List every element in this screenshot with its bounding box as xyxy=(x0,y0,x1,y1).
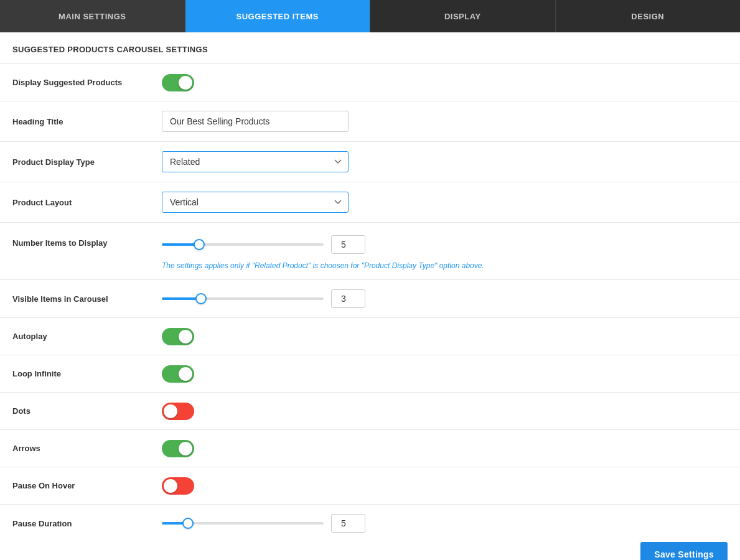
heading-title-input[interactable] xyxy=(162,111,349,132)
control-pause-on-hover xyxy=(149,468,740,504)
control-arrows xyxy=(149,431,740,467)
control-heading-title xyxy=(149,101,740,141)
toggle-thumb-autoplay xyxy=(179,330,192,343)
pause-duration-input[interactable] xyxy=(331,514,365,533)
control-autoplay xyxy=(149,319,740,355)
slider-pause-duration-container xyxy=(162,514,365,533)
toggle-track-arrows xyxy=(162,440,194,457)
toggle-track-display-suggested xyxy=(162,74,194,91)
row-visible-items: Visible Items in Carousel xyxy=(0,279,740,317)
toggle-arrows[interactable] xyxy=(162,440,194,457)
toggle-loop-infinite[interactable] xyxy=(162,365,194,383)
toggle-thumb-dots xyxy=(164,404,177,418)
pause-duration-slider[interactable] xyxy=(162,522,324,525)
control-display-suggested-products xyxy=(149,65,740,101)
control-loop-infinite xyxy=(149,356,740,392)
control-product-display-type: Related Upsells Cross-sells Recent xyxy=(149,142,740,182)
label-heading-title: Heading Title xyxy=(0,108,149,136)
label-dots: Dots xyxy=(0,397,149,425)
tab-bar: MAIN SETTINGS SUGGESTED ITEMS DISPLAY DE… xyxy=(0,0,740,32)
control-product-layout: Vertical Horizontal xyxy=(149,182,740,222)
label-product-display-type: Product Display Type xyxy=(0,148,149,176)
label-autoplay: Autoplay xyxy=(0,322,149,350)
control-pause-duration xyxy=(149,505,740,542)
tab-design[interactable]: DESIGN xyxy=(556,0,741,32)
number-items-slider[interactable] xyxy=(162,243,324,246)
row-arrows: Arrows xyxy=(0,429,740,467)
toggle-dots[interactable] xyxy=(162,403,194,420)
label-loop-infinite: Loop Infinite xyxy=(0,360,149,388)
row-pause-on-hover: Pause On Hover xyxy=(0,467,740,504)
row-product-layout: Product Layout Vertical Horizontal xyxy=(0,182,740,222)
save-btn-container: Save Settings xyxy=(640,542,728,560)
label-number-items: Number Items to Display xyxy=(0,226,149,257)
toggle-autoplay[interactable] xyxy=(162,328,194,345)
number-items-input[interactable] xyxy=(331,235,365,254)
row-product-display-type: Product Display Type Related Upsells Cro… xyxy=(0,141,740,182)
slider-number-items-container xyxy=(162,235,365,254)
toggle-thumb-arrows xyxy=(179,442,192,455)
label-arrows: Arrows xyxy=(0,434,149,462)
main-content: SUGGESTED PRODUCTS CAROUSEL SETTINGS Dis… xyxy=(0,32,740,560)
visible-items-slider[interactable] xyxy=(162,297,324,300)
number-items-note: The settings applies only if "Related Pr… xyxy=(162,261,728,270)
tab-suggested-items[interactable]: SUGGESTED ITEMS xyxy=(185,0,371,32)
slider-visible-items-container xyxy=(162,289,365,308)
tab-display[interactable]: DISPLAY xyxy=(370,0,556,32)
toggle-thumb-display-suggested xyxy=(179,76,192,90)
control-number-items: The settings applies only if "Related Pr… xyxy=(149,226,740,279)
row-autoplay: Autoplay xyxy=(0,317,740,355)
toggle-track-autoplay xyxy=(162,328,194,345)
row-dots: Dots xyxy=(0,392,740,429)
row-pause-duration: Pause Duration xyxy=(0,504,740,542)
row-display-suggested-products: Display Suggested Products xyxy=(0,63,740,101)
label-pause-duration: Pause Duration xyxy=(0,510,149,538)
control-dots xyxy=(149,393,740,429)
section-title: SUGGESTED PRODUCTS CAROUSEL SETTINGS xyxy=(0,32,740,63)
toggle-track-loop-infinite xyxy=(162,365,194,383)
toggle-pause-on-hover[interactable] xyxy=(162,477,194,495)
row-heading-title: Heading Title xyxy=(0,101,740,141)
toggle-thumb-pause-on-hover xyxy=(164,479,177,493)
product-display-type-select[interactable]: Related Upsells Cross-sells Recent xyxy=(162,151,349,172)
save-settings-button[interactable]: Save Settings xyxy=(640,542,728,560)
label-visible-items: Visible Items in Carousel xyxy=(0,285,149,313)
label-display-suggested-products: Display Suggested Products xyxy=(0,68,149,96)
visible-items-input[interactable] xyxy=(331,289,365,308)
row-loop-infinite: Loop Infinite xyxy=(0,355,740,392)
label-pause-on-hover: Pause On Hover xyxy=(0,472,149,500)
product-layout-select[interactable]: Vertical Horizontal xyxy=(162,192,349,213)
control-visible-items xyxy=(149,280,740,317)
toggle-track-dots xyxy=(162,403,194,420)
toggle-display-suggested-products[interactable] xyxy=(162,74,194,91)
label-product-layout: Product Layout xyxy=(0,189,149,217)
row-number-items: Number Items to Display The settings app… xyxy=(0,222,740,279)
toggle-track-pause-on-hover xyxy=(162,477,194,495)
toggle-thumb-loop-infinite xyxy=(179,367,192,381)
tab-main-settings[interactable]: MAIN SETTINGS xyxy=(0,0,185,32)
